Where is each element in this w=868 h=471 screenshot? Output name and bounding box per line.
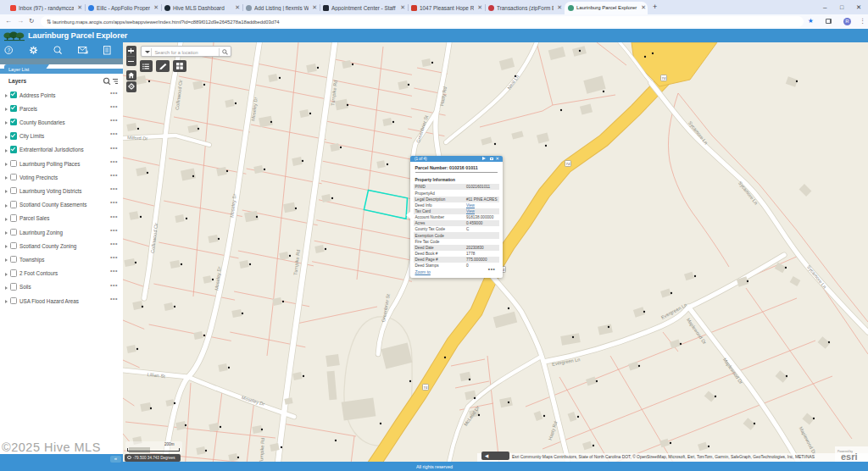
svg-text:Milford Dr: Milford Dr	[127, 136, 148, 141]
svg-text:74: 74	[566, 162, 570, 166]
svg-text:74: 74	[662, 76, 666, 80]
svg-text:?: ?	[7, 47, 10, 53]
svg-text:74: 74	[424, 385, 428, 390]
